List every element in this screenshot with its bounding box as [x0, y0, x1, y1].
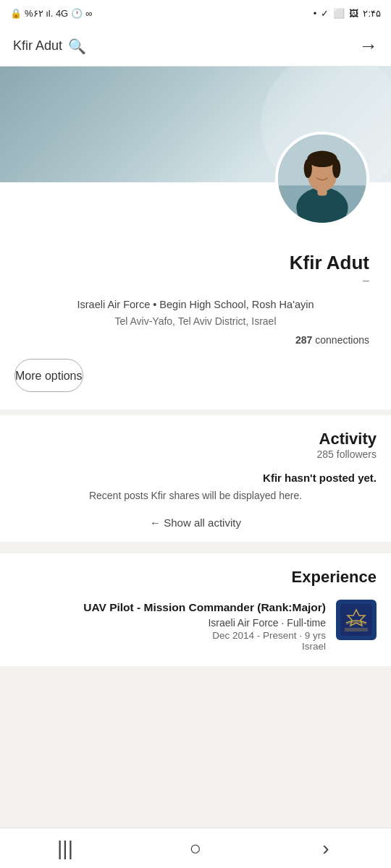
- iaf-logo-svg: [340, 604, 372, 636]
- svg-rect-10: [345, 628, 368, 631]
- status-bar: 🔒 %۶۲ ıl. 4G 🕐 ∞ • ✓ ⬜ 🖼 ۲:۴۵: [0, 0, 391, 26]
- back-button[interactable]: |||: [36, 828, 94, 868]
- search-bar-content: Kfir Adut 🔍: [13, 38, 86, 55]
- experience-title: Experience: [14, 568, 377, 587]
- activity-section: Activity 285 followers Kfir hasn't poste…: [0, 415, 391, 542]
- activity-description: Recent posts Kfir shares will be display…: [14, 488, 377, 503]
- experience-role: UAV Pilot - Mission Commander (Rank:Majo…: [14, 600, 326, 616]
- profile-connections: 287 connections: [14, 334, 377, 346]
- svg-point-5: [307, 151, 337, 168]
- experience-company: Israeli Air Force · Full-time: [14, 617, 326, 629]
- bottom-spacer: [0, 666, 391, 712]
- recents-button[interactable]: ›: [297, 828, 355, 868]
- connections-label: connections: [315, 334, 369, 346]
- status-right: • ✓ ⬜ 🖼 ۲:۴۵: [314, 8, 381, 19]
- avatar-wrapper: [275, 132, 369, 226]
- avatar: [275, 132, 369, 226]
- profile-name: Kfir Adut: [14, 252, 377, 274]
- followers-count: 285: [317, 448, 334, 460]
- experience-details: UAV Pilot - Mission Commander (Rank:Majo…: [14, 600, 326, 652]
- profile-subtitle: Israeli Air Force • Begin High School, R…: [14, 297, 377, 313]
- section-divider-2: [0, 542, 391, 548]
- followers-label: followers: [337, 448, 377, 460]
- connections-count: 287: [295, 334, 312, 346]
- more-options-button[interactable]: More options: [14, 359, 83, 392]
- bottom-navigation: ||| ○ ›: [0, 827, 391, 868]
- battery-icon: 🔒: [10, 8, 22, 19]
- experience-item: UAV Pilot - Mission Commander (Rank:Majo…: [14, 600, 377, 652]
- navigate-forward-icon[interactable]: →: [359, 35, 378, 57]
- activity-no-post-text: Kfir hasn't posted yet.: [14, 472, 377, 484]
- search-query-text: Kfir Adut: [13, 38, 62, 54]
- time-display: ۲:۴۵: [363, 8, 381, 19]
- check-icon: ✓: [321, 8, 329, 19]
- activity-followers: 285 followers: [14, 448, 377, 460]
- profile-card: Kfir Adut – Israeli Air Force • Begin Hi…: [0, 182, 391, 409]
- svg-point-6: [304, 159, 312, 178]
- profile-dash: –: [14, 274, 377, 287]
- signal-text: %۶۲ ıl. 4G: [25, 8, 68, 19]
- activity-title: Activity: [14, 430, 377, 448]
- home-button[interactable]: ○: [167, 828, 224, 868]
- experience-dates: Dec 2014 - Present · 9 yrs: [14, 630, 326, 641]
- company-logo: [336, 600, 377, 640]
- avatar-image: [278, 135, 366, 223]
- search-bar[interactable]: Kfir Adut 🔍 →: [0, 26, 391, 67]
- section-divider-1: [0, 409, 391, 415]
- experience-location: Israel: [14, 641, 326, 652]
- svg-point-7: [332, 159, 340, 178]
- vpn-icon: ∞: [85, 8, 92, 19]
- dot-icon: •: [314, 8, 317, 19]
- alarm-icon: 🕐: [71, 8, 83, 19]
- profile-location: Tel Aviv-Yafo, Tel Aviv District, Israel: [14, 315, 377, 327]
- screen-icon: ⬜: [333, 8, 345, 19]
- status-left: 🔒 %۶۲ ıl. 4G 🕐 ∞: [10, 8, 93, 19]
- image-icon: 🖼: [349, 8, 358, 19]
- experience-section: Experience UAV Pilot - Mission Commander…: [0, 553, 391, 667]
- search-icon: 🔍: [68, 38, 86, 55]
- show-all-activity-link[interactable]: ← Show all activity: [14, 516, 377, 529]
